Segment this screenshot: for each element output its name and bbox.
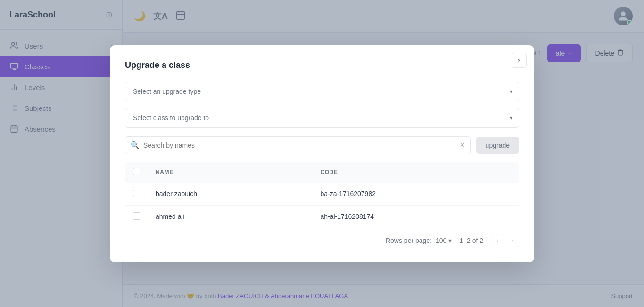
row-code: ba-za-1716207982: [313, 183, 519, 205]
row-checkbox[interactable]: [133, 212, 140, 220]
pagination-nav: ‹ ›: [491, 234, 519, 247]
upgrade-type-wrapper: Select an upgrade type ▾: [125, 82, 519, 101]
upgrade-class-wrapper: Select class to upgrade to ▾: [125, 108, 519, 128]
rows-per-page-select[interactable]: 100 ▾: [436, 237, 452, 244]
clear-search-icon[interactable]: ✕: [460, 141, 465, 149]
modal-selects: Select an upgrade type ▾ Select class to…: [125, 82, 519, 128]
upgrade-class-select[interactable]: Select class to upgrade to: [125, 108, 519, 128]
search-wrapper: 🔍 ✕: [125, 136, 471, 154]
modal-overlay[interactable]: × Upgrade a class Select an upgrade type…: [0, 0, 644, 307]
next-page-button[interactable]: ›: [506, 234, 519, 247]
table-pagination-info: 1–2 of 2: [459, 237, 483, 244]
row-code: ah-al-1716208174: [313, 205, 519, 228]
close-icon: ×: [517, 57, 521, 64]
row-checkbox-cell: [125, 183, 149, 205]
rows-per-page-label: Rows per page:: [386, 237, 432, 244]
search-input[interactable]: [125, 136, 471, 154]
rows-per-page-value: 100: [436, 237, 446, 244]
row-checkbox[interactable]: [133, 190, 140, 197]
upgrade-button[interactable]: upgrade: [476, 137, 519, 154]
row-name: bader zaouich: [148, 183, 313, 205]
rows-per-page: Rows per page: 100 ▾: [386, 237, 452, 244]
table-footer: Rows per page: 100 ▾ 1–2 of 2 ‹ ›: [125, 228, 519, 247]
students-table: NAME CODE bader zaouich ba-za-1716207982…: [125, 162, 519, 228]
row-name: ahmed ali: [148, 205, 313, 228]
code-column-header: CODE: [313, 162, 519, 183]
table-header-row: NAME CODE: [125, 162, 519, 183]
modal-close-button[interactable]: ×: [512, 53, 527, 68]
rows-dropdown-icon: ▾: [448, 237, 452, 244]
select-all-header: [125, 162, 149, 183]
modal-title: Upgrade a class: [125, 60, 519, 70]
table-row[interactable]: ahmed ali ah-al-1716208174: [125, 205, 519, 228]
row-checkbox-cell: [125, 205, 149, 228]
name-column-header: NAME: [148, 162, 313, 183]
upgrade-type-select[interactable]: Select an upgrade type: [125, 82, 519, 101]
select-all-checkbox[interactable]: [133, 168, 140, 175]
search-icon: 🔍: [131, 141, 140, 149]
upgrade-modal: × Upgrade a class Select an upgrade type…: [110, 45, 534, 262]
search-row: 🔍 ✕ upgrade: [125, 136, 519, 154]
table-row[interactable]: bader zaouich ba-za-1716207982: [125, 183, 519, 205]
prev-page-button[interactable]: ‹: [491, 234, 504, 247]
